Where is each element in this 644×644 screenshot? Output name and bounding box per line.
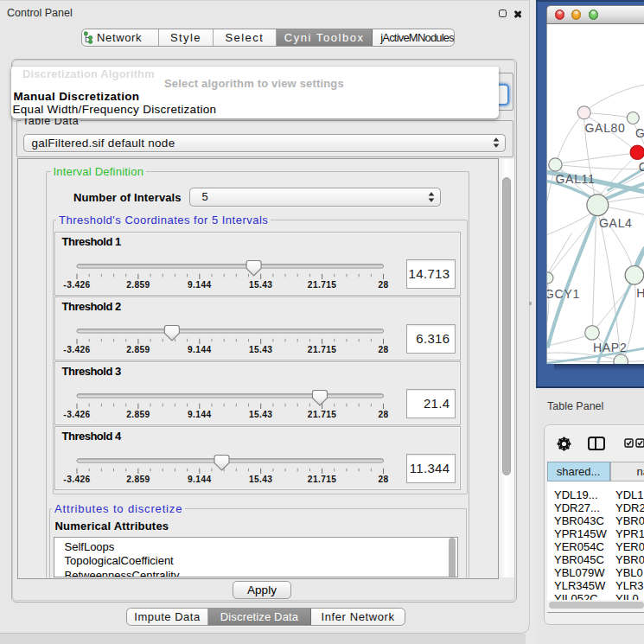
svg-text:28: 28 [378,410,388,419]
svg-text:HAP2: HAP2 [593,341,627,354]
svg-text:2.859: 2.859 [126,345,150,354]
svg-text:CD: CD [638,160,644,174]
svg-text:9.144: 9.144 [188,475,212,484]
svg-text:9.144: 9.144 [188,345,212,354]
svg-text:-3.426: -3.426 [63,475,90,484]
svg-text:2.859: 2.859 [126,475,150,484]
svg-text:GAL80: GAL80 [584,120,625,134]
svg-text:-3.426: -3.426 [63,410,90,419]
svg-text:GCY1: GCY1 [547,287,580,301]
svg-text:GAL4: GAL4 [599,216,633,230]
svg-text:GAL2: GAL2 [635,125,644,139]
svg-text:15.43: 15.43 [249,475,273,484]
svg-text:2.859: 2.859 [126,410,150,419]
svg-text:15.43: 15.43 [249,345,273,354]
svg-text:21.715: 21.715 [308,280,337,290]
svg-text:2.859: 2.859 [126,280,150,290]
svg-text:GAL11: GAL11 [555,172,595,186]
svg-text:21.715: 21.715 [308,345,337,354]
svg-text:9.144: 9.144 [188,410,212,419]
svg-text:-3.426: -3.426 [63,345,90,354]
svg-text:-3.426: -3.426 [63,280,90,290]
svg-text:28: 28 [378,475,388,484]
svg-text:21.715: 21.715 [308,410,337,419]
svg-text:28: 28 [378,345,388,354]
svg-text:21.715: 21.715 [308,475,337,484]
svg-text:28: 28 [378,280,388,290]
svg-text:9.144: 9.144 [188,280,212,290]
svg-text:HA: HA [636,286,644,300]
svg-text:15.43: 15.43 [249,280,273,290]
svg-text:15.43: 15.43 [249,410,273,419]
